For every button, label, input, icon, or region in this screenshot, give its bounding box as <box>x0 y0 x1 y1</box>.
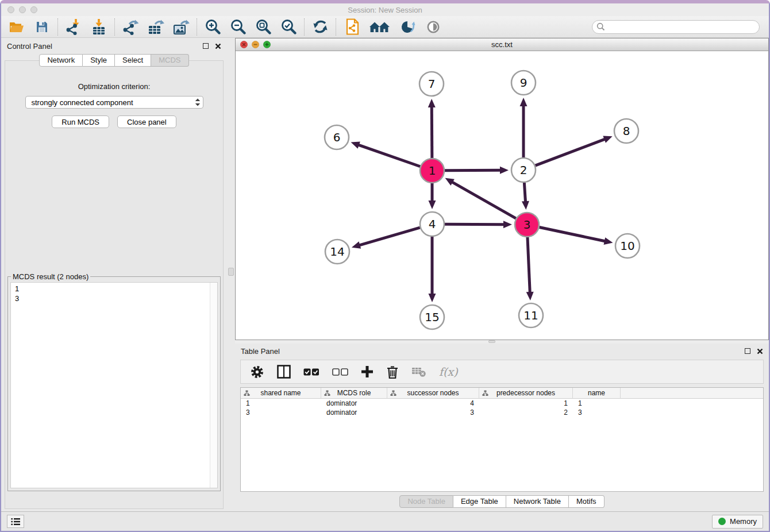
column-header-successor-nodes[interactable]: successor nodes <box>387 388 479 398</box>
graph-node-2[interactable]: 2 <box>511 158 536 182</box>
minimize-window-button[interactable] <box>19 6 26 13</box>
close-panel-button[interactable]: Close panel <box>117 115 176 128</box>
import-network-icon[interactable] <box>65 18 82 36</box>
graph-node-7[interactable]: 7 <box>419 72 444 96</box>
svg-text:1: 1 <box>429 164 436 178</box>
zoom-out-icon[interactable] <box>229 18 247 36</box>
optimization-dropdown[interactable]: strongly connected component <box>25 96 203 109</box>
zoom-in-icon[interactable] <box>204 18 221 36</box>
network-minimize-button[interactable] <box>252 41 259 48</box>
node-table: shared nameMCDS rolesuccessor nodesprede… <box>240 387 764 492</box>
graph-node-8[interactable]: 8 <box>614 119 638 143</box>
column-header-shared-name[interactable]: shared name <box>241 388 321 398</box>
search-box[interactable] <box>592 20 760 34</box>
network-canvas[interactable]: 7968124314101511 <box>236 51 768 340</box>
task-list-button[interactable] <box>7 515 24 528</box>
graph-node-4[interactable]: 4 <box>420 212 444 236</box>
column-header-name[interactable]: name <box>573 388 621 398</box>
zoom-window-button[interactable] <box>30 6 37 13</box>
column-visibility-icon[interactable] <box>277 365 291 379</box>
tab-network[interactable]: Network <box>39 54 83 67</box>
delete-column-trash-icon[interactable] <box>386 365 399 379</box>
deselect-all-icon[interactable] <box>332 368 348 376</box>
column-header-predecessor-nodes[interactable]: predecessor nodes <box>479 388 573 398</box>
graph-node-11[interactable]: 11 <box>519 303 543 327</box>
graph-node-14[interactable]: 14 <box>325 240 349 264</box>
refresh-icon[interactable] <box>311 18 329 36</box>
table-tabs: Node TableEdge TableNetwork TableMotifs <box>235 492 769 511</box>
cell-name: 1 <box>573 399 621 407</box>
graph-node-9[interactable]: 9 <box>511 71 536 95</box>
style-preview-icon[interactable] <box>399 18 417 36</box>
table-body: 1dominator4113dominator323 <box>241 399 763 417</box>
memory-button[interactable]: Memory <box>712 515 763 529</box>
edge-2-8[interactable] <box>536 139 606 165</box>
zoom-selected-icon[interactable] <box>280 18 297 36</box>
edge-3-10[interactable] <box>540 228 606 241</box>
column-header-mcds-role[interactable]: MCDS role <box>321 388 387 398</box>
network-graph[interactable]: 7968124314101511 <box>236 51 768 340</box>
mcds-panel: Optimization criterion: strongly connect… <box>5 60 224 509</box>
result-scrollbar[interactable] <box>210 283 217 488</box>
select-all-icon[interactable] <box>303 368 319 376</box>
arrowhead-2-9 <box>520 98 528 106</box>
edge-2-3[interactable] <box>524 183 525 202</box>
network-close-button[interactable] <box>240 41 248 48</box>
graph-node-3[interactable]: 3 <box>515 213 539 237</box>
table-tab-edge-table[interactable]: Edge Table <box>453 495 506 508</box>
tab-mcds[interactable]: MCDS <box>151 54 188 67</box>
zoom-fit-icon[interactable] <box>255 18 272 36</box>
table-tab-network-table[interactable]: Network Table <box>506 495 569 508</box>
table-row[interactable]: 3dominator323 <box>241 408 763 417</box>
eye-icon[interactable] <box>425 18 442 36</box>
close-panel-icon[interactable] <box>215 43 221 49</box>
open-folder-icon[interactable] <box>8 18 25 36</box>
horizontal-splitter[interactable] <box>235 340 769 344</box>
import-table-icon[interactable] <box>90 18 107 36</box>
table-row[interactable]: 1dominator411 <box>241 399 763 408</box>
control-panel-title: Control Panel <box>7 42 52 51</box>
table-tab-motifs[interactable]: Motifs <box>569 495 605 508</box>
h-splitter-handle[interactable] <box>488 340 495 343</box>
edge-4-3[interactable] <box>445 224 505 225</box>
arrowhead-4-3 <box>503 221 512 228</box>
edge-1-7[interactable] <box>432 106 432 158</box>
splitter-handle[interactable] <box>228 268 234 276</box>
edge-4-14[interactable] <box>359 228 419 245</box>
arrowhead-2-3 <box>522 201 529 210</box>
edge-1-2[interactable] <box>445 170 501 171</box>
table-tab-node-table[interactable]: Node Table <box>399 495 453 508</box>
search-input[interactable] <box>605 23 755 31</box>
vertical-splitter[interactable] <box>227 38 235 511</box>
arrowhead-1-6 <box>351 141 360 148</box>
float-panel-icon[interactable] <box>203 43 209 49</box>
edge-1-6[interactable] <box>358 145 420 167</box>
graph-node-6[interactable]: 6 <box>325 125 349 149</box>
graph-node-10[interactable]: 10 <box>615 234 640 258</box>
graph-node-15[interactable]: 15 <box>420 305 444 329</box>
export-network-icon[interactable] <box>122 18 139 36</box>
svg-text:10: 10 <box>620 239 634 253</box>
svg-text:6: 6 <box>333 130 341 144</box>
new-network-file-icon[interactable] <box>343 18 360 36</box>
tab-style[interactable]: Style <box>83 54 115 67</box>
tab-select[interactable]: Select <box>115 54 151 67</box>
network-maximize-button[interactable] <box>263 41 271 48</box>
export-table-icon[interactable] <box>147 18 164 36</box>
cell-shared-name: 1 <box>241 399 321 407</box>
edge-3-11[interactable] <box>528 237 530 293</box>
edge-3-1[interactable] <box>452 182 516 218</box>
table-close-icon[interactable] <box>757 348 763 354</box>
graph-node-1[interactable]: 1 <box>420 159 444 183</box>
memory-status-dot <box>718 518 726 525</box>
mcds-result-area[interactable]: 1 3 <box>10 282 218 488</box>
save-icon[interactable] <box>33 18 51 36</box>
table-mode-gear-icon[interactable] <box>250 365 264 379</box>
add-column-icon[interactable] <box>361 365 374 378</box>
close-window-button[interactable] <box>7 6 14 13</box>
table-float-icon[interactable] <box>745 348 750 354</box>
svg-text:4: 4 <box>429 217 436 231</box>
home-layout-icon[interactable] <box>368 18 391 36</box>
export-image-icon[interactable] <box>172 18 190 36</box>
run-mcds-button[interactable]: Run MCDS <box>52 115 109 128</box>
